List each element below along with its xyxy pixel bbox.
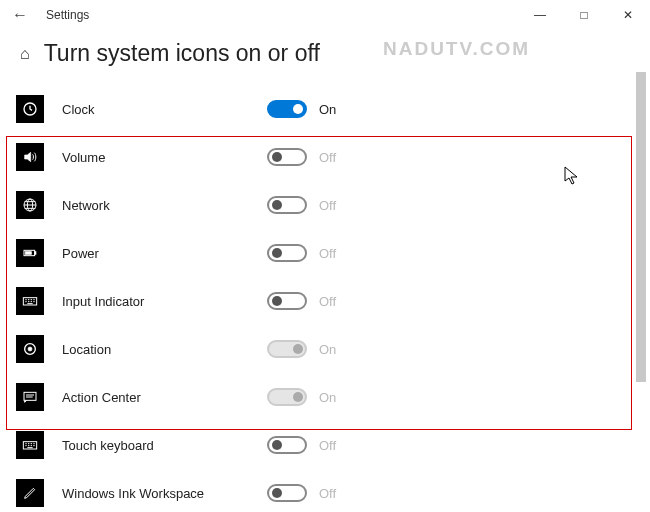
back-button[interactable]: ← xyxy=(8,6,32,24)
toggle-state-text: Off xyxy=(319,438,336,453)
setting-label: Volume xyxy=(62,150,212,165)
toggle-state-text: On xyxy=(319,342,336,357)
keyboard-icon xyxy=(16,431,44,459)
toggle-state-text: On xyxy=(319,102,336,117)
setting-row-network: NetworkOff xyxy=(16,181,634,229)
setting-row-power: PowerOff xyxy=(16,229,634,277)
toggle-state-text: Off xyxy=(319,294,336,309)
maximize-button[interactable]: □ xyxy=(562,0,606,30)
app-title: Settings xyxy=(46,8,89,22)
clock-icon xyxy=(16,95,44,123)
setting-row-touch-keyboard: Touch keyboardOff xyxy=(16,421,634,469)
toggle-state-text: Off xyxy=(319,150,336,165)
toggle-network[interactable] xyxy=(267,196,307,214)
location-icon xyxy=(16,335,44,363)
battery-icon xyxy=(16,239,44,267)
toggle-location xyxy=(267,340,307,358)
setting-label: Input Indicator xyxy=(62,294,212,309)
toggle-touch-keyboard[interactable] xyxy=(267,436,307,454)
scroll-thumb[interactable] xyxy=(636,72,646,382)
setting-label: Windows Ink Workspace xyxy=(62,486,212,501)
setting-label: Action Center xyxy=(62,390,212,405)
setting-row-action-center: Action CenterOn xyxy=(16,373,634,421)
toggle-state-text: Off xyxy=(319,198,336,213)
svg-point-8 xyxy=(28,347,32,351)
setting-row-clock: ClockOn xyxy=(16,85,634,133)
message-icon xyxy=(16,383,44,411)
toggle-action-center xyxy=(267,388,307,406)
toggle-input[interactable] xyxy=(267,292,307,310)
globe-icon xyxy=(16,191,44,219)
setting-label: Power xyxy=(62,246,212,261)
setting-label: Location xyxy=(62,342,212,357)
setting-label: Network xyxy=(62,198,212,213)
toggle-windows-ink[interactable] xyxy=(267,484,307,502)
minimize-button[interactable]: — xyxy=(518,0,562,30)
setting-row-location: LocationOn xyxy=(16,325,634,373)
setting-label: Clock xyxy=(62,102,212,117)
toggle-volume[interactable] xyxy=(267,148,307,166)
volume-icon xyxy=(16,143,44,171)
toggle-state-text: Off xyxy=(319,486,336,501)
home-icon[interactable]: ⌂ xyxy=(20,45,30,63)
setting-row-windows-ink: Windows Ink WorkspaceOff xyxy=(16,469,634,512)
toggle-state-text: On xyxy=(319,390,336,405)
page-title: Turn system icons on or off xyxy=(44,40,320,67)
setting-row-volume: VolumeOff xyxy=(16,133,634,181)
pen-icon xyxy=(16,479,44,507)
svg-rect-4 xyxy=(35,252,36,255)
svg-rect-5 xyxy=(25,252,31,255)
toggle-clock[interactable] xyxy=(267,100,307,118)
toggle-state-text: Off xyxy=(319,246,336,261)
toggle-power[interactable] xyxy=(267,244,307,262)
settings-list: ClockOnVolumeOffNetworkOffPowerOffInput … xyxy=(0,85,650,512)
svg-rect-9 xyxy=(24,392,36,400)
setting-row-input: Input IndicatorOff xyxy=(16,277,634,325)
scrollbar[interactable] xyxy=(634,72,648,510)
setting-label: Touch keyboard xyxy=(62,438,212,453)
watermark: NADUTV.COM xyxy=(383,38,530,60)
close-button[interactable]: ✕ xyxy=(606,0,650,30)
keyboard-icon xyxy=(16,287,44,315)
